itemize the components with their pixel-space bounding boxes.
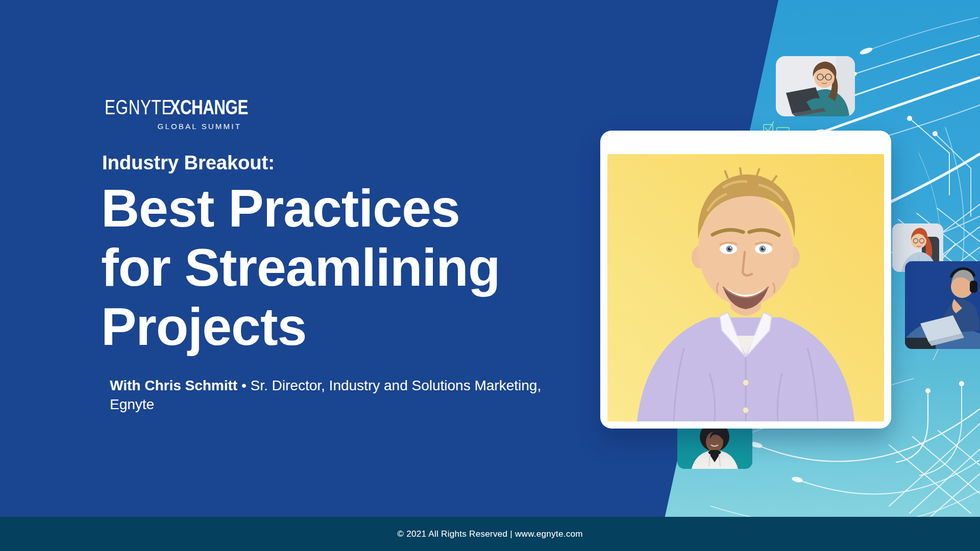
title-line-2: for Streamlining [101, 238, 500, 297]
egnyte-exchange-logo: EGNYTE XCHANGE GLOBAL SUMMIT [105, 93, 241, 131]
logo-tagline: GLOBAL SUMMIT [105, 122, 241, 131]
woman-with-laptop-thumbnail [776, 56, 855, 116]
man-with-headphones-thumbnail [905, 261, 980, 349]
copyright-text: © 2021 All Rights Reserved | www.egnyte.… [397, 529, 582, 539]
speaker-byline: With Chris Schmitt • Sr. Director, Indus… [110, 376, 564, 414]
logo-brand-bold: XCHANGE [170, 96, 248, 118]
logo-brand-thin: EGNYTE [105, 96, 173, 118]
speaker-headshot [607, 154, 884, 421]
footer-bar: © 2021 All Rights Reserved | www.egnyte.… [0, 517, 980, 551]
slide-title: Best Practices for Streamlining Projects [101, 179, 500, 356]
title-line-3: Projects [101, 297, 500, 356]
title-line-1: Best Practices [101, 179, 500, 238]
webinar-title-slide: EGNYTE XCHANGE GLOBAL SUMMIT Industry Br… [0, 0, 980, 551]
woman-white-hoodie-thumbnail [677, 423, 752, 469]
eyebrow-text: Industry Breakout: [102, 152, 275, 174]
speaker-name: With Chris Schmitt [110, 378, 237, 393]
